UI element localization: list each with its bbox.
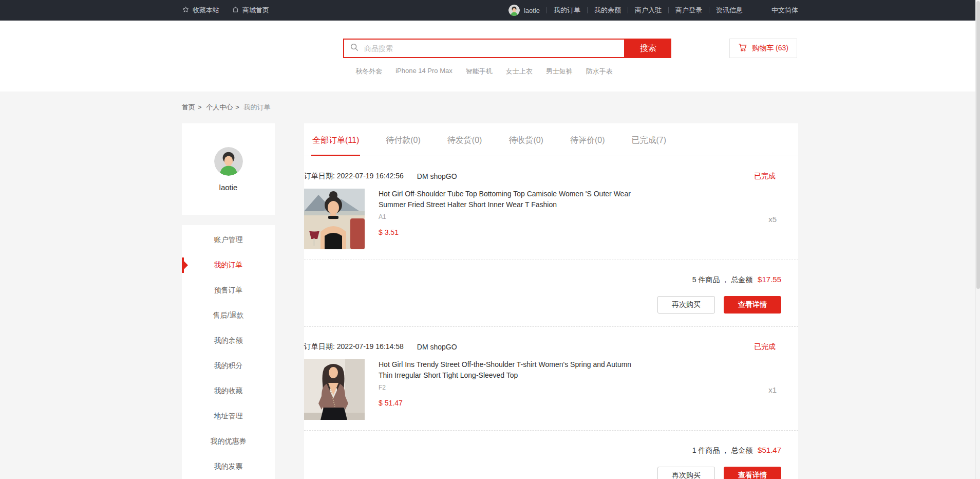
user-avatar-small — [508, 5, 520, 16]
sidebar: laotie 账户管理 我的订单 预售订单 售后/退款 我的余额 我的积分 我的… — [182, 123, 275, 479]
hot-link-iphone[interactable]: iPhone 14 Pro Max — [395, 67, 453, 76]
sidebar-item-label: 我的订单 — [214, 261, 243, 270]
topbar-username[interactable]: laotie — [524, 7, 540, 14]
active-marker — [182, 257, 184, 273]
product-sku: F2 — [379, 384, 635, 391]
hot-links-row: 秋冬外套 iPhone 14 Pro Max 智能手机 女士上衣 男士短裤 防水… — [343, 67, 625, 76]
order-card: 订单日期: 2022-07-19 16:14:58 DM shopGO 已完成 … — [304, 342, 798, 479]
rebuy-button[interactable]: 再次购买 — [657, 467, 715, 479]
sidebar-item-account[interactable]: 账户管理 — [182, 227, 275, 252]
product-sku: A1 — [379, 213, 635, 220]
topbar-link-my-orders[interactable]: 我的订单 — [554, 6, 580, 15]
search-button[interactable]: 搜索 — [625, 39, 671, 58]
order-date: 订单日期: 2022-07-19 16:14:58 — [304, 342, 404, 352]
order-summary-text: 5 件商品 ， 总金额 — [692, 275, 752, 284]
order-date: 订单日期: 2022-07-19 16:42:56 — [304, 172, 404, 181]
product-image[interactable] — [304, 359, 365, 420]
sidebar-item-my-orders[interactable]: 我的订单 — [182, 252, 275, 278]
sidebar-item-my-balance[interactable]: 我的余额 — [182, 328, 275, 353]
product-price: $ 51.47 — [379, 399, 635, 407]
search-box — [343, 39, 625, 58]
search-input[interactable] — [363, 44, 618, 53]
orders-panel: 全部订单(11) 待付款(0) 待发货(0) 待收货(0) 待评价(0) 已完成… — [304, 123, 798, 479]
product-price: $ 3.51 — [379, 228, 635, 236]
order-status-badge: 已完成 — [754, 172, 776, 181]
language-selector[interactable]: 中文简体 — [771, 6, 798, 15]
divider — [304, 326, 798, 327]
scrollbar-thumb[interactable] — [976, 1, 980, 289]
store-name[interactable]: DM shopGO — [417, 172, 457, 180]
sidebar-item-address[interactable]: 地址管理 — [182, 403, 275, 429]
profile-card: laotie — [182, 123, 275, 215]
view-details-button[interactable]: 查看详情 — [724, 467, 781, 479]
mall-home-label: 商城首页 — [242, 6, 269, 15]
tab-all-orders[interactable]: 全部订单(11) — [311, 123, 360, 156]
product-title[interactable]: Hot Girl Off-Shoulder Tube Top Bottoming… — [379, 189, 635, 210]
order-card: 订单日期: 2022-07-19 16:42:56 DM shopGO 已完成 … — [304, 172, 798, 327]
cart-button[interactable]: 购物车 (63) — [729, 39, 797, 58]
home-icon — [232, 6, 239, 15]
breadcrumb: 首页> 个人中心> 我的订单 — [182, 91, 798, 123]
topbar-separator — [628, 7, 628, 13]
order-summary-text: 1 件商品 ， 总金额 — [692, 446, 752, 454]
order-status-badge: 已完成 — [754, 342, 776, 352]
profile-username: laotie — [182, 183, 275, 192]
hot-link-women-top[interactable]: 女士上衣 — [506, 67, 533, 76]
sidebar-item-presale-orders[interactable]: 预售订单 — [182, 278, 275, 303]
sidebar-item-my-invoices[interactable]: 我的发票 — [182, 454, 275, 479]
topbar-link-merchant-join[interactable]: 商户入驻 — [635, 6, 662, 15]
order-product-row: Hot Girl Off-Shoulder Tube Top Bottoming… — [304, 189, 798, 249]
order-total-amount: $17.55 — [758, 275, 781, 284]
sidebar-item-my-points[interactable]: 我的积分 — [182, 353, 275, 378]
breadcrumb-home[interactable]: 首页 — [182, 103, 195, 111]
tab-pending-shipment[interactable]: 待发货(0) — [446, 123, 483, 156]
favorite-site-label: 收藏本站 — [193, 6, 219, 15]
cart-icon — [738, 43, 748, 54]
scrollbar[interactable] — [975, 0, 980, 479]
sidebar-item-my-favorites[interactable]: 我的收藏 — [182, 378, 275, 403]
breadcrumb-separator: > — [198, 103, 202, 111]
product-image[interactable] — [304, 189, 365, 249]
sidebar-item-aftersale-refund[interactable]: 售后/退款 — [182, 303, 275, 328]
order-total-amount: $51.47 — [758, 446, 781, 454]
mall-home-link[interactable]: 商城首页 — [232, 6, 269, 15]
topbar-link-news[interactable]: 资讯信息 — [716, 6, 743, 15]
search-icon — [350, 43, 359, 54]
topbar-separator — [587, 7, 588, 13]
tab-pending-payment[interactable]: 待付款(0) — [385, 123, 422, 156]
star-icon — [182, 6, 190, 15]
sidebar-menu: 账户管理 我的订单 预售订单 售后/退款 我的余额 我的积分 我的收藏 地址管理… — [182, 225, 275, 479]
breadcrumb-separator: > — [235, 103, 239, 111]
tab-completed[interactable]: 已完成(7) — [631, 123, 668, 156]
order-product-row: Hot Girl Ins Trendy Street Off-the-Shoul… — [304, 359, 798, 420]
breadcrumb-current: 我的订单 — [243, 103, 270, 111]
store-name[interactable]: DM shopGO — [417, 343, 457, 351]
product-quantity: x1 — [768, 385, 777, 394]
tab-pending-receipt[interactable]: 待收货(0) — [507, 123, 544, 156]
hot-link-men-shorts[interactable]: 男士短裤 — [546, 67, 573, 76]
tab-pending-review[interactable]: 待评价(0) — [569, 123, 606, 156]
site-header: 搜索 秋冬外套 iPhone 14 Pro Max 智能手机 女士上衣 男士短裤… — [0, 21, 980, 91]
user-avatar — [214, 147, 243, 176]
favorite-site-link[interactable]: 收藏本站 — [182, 6, 219, 15]
breadcrumb-personal-center[interactable]: 个人中心 — [206, 103, 233, 111]
topbar-link-my-balance[interactable]: 我的余额 — [594, 6, 621, 15]
hot-link-winter-coat[interactable]: 秋冬外套 — [355, 67, 382, 76]
order-tabs: 全部订单(11) 待付款(0) 待发货(0) 待收货(0) 待评价(0) 已完成… — [304, 123, 798, 156]
sidebar-item-my-coupons[interactable]: 我的优惠券 — [182, 429, 275, 454]
hot-link-waterproof-watch[interactable]: 防水手表 — [586, 67, 613, 76]
cart-label: 购物车 (63) — [752, 44, 788, 53]
topbar-separator — [668, 7, 669, 13]
topbar-separator — [546, 7, 547, 13]
topbar-separator — [709, 7, 709, 13]
topbar: 收藏本站 商城首页 laotie 我的订单 我的余额 商户入驻 商户登录 资讯信… — [0, 0, 980, 21]
topbar-link-merchant-login[interactable]: 商户登录 — [675, 6, 702, 15]
product-title[interactable]: Hot Girl Ins Trendy Street Off-the-Shoul… — [379, 359, 635, 381]
product-quantity: x5 — [768, 215, 777, 224]
view-details-button[interactable]: 查看详情 — [724, 296, 781, 314]
rebuy-button[interactable]: 再次购买 — [657, 296, 715, 314]
hot-link-smartphone[interactable]: 智能手机 — [466, 67, 493, 76]
